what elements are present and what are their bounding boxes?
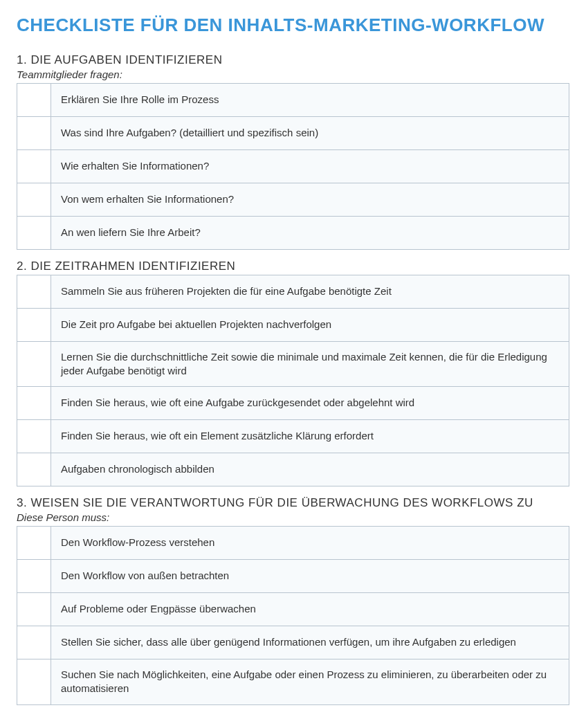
- checkbox-cell[interactable]: [17, 453, 51, 486]
- checkbox-cell[interactable]: [17, 116, 51, 149]
- table-row: Finden Sie heraus, wie oft ein Element z…: [17, 420, 569, 453]
- checkbox-cell[interactable]: [17, 275, 51, 308]
- checkbox-cell[interactable]: [17, 626, 51, 659]
- list-item: An wen liefern Sie Ihre Arbeit?: [51, 216, 569, 249]
- list-item: Finden Sie heraus, wie oft eine Aufgabe …: [51, 387, 569, 420]
- table-row: Erklären Sie Ihre Rolle im Prozess: [17, 83, 569, 116]
- list-item: Finden Sie heraus, wie oft ein Element z…: [51, 420, 569, 453]
- list-item: Erklären Sie Ihre Rolle im Prozess: [51, 83, 569, 116]
- list-item: Auf Probleme oder Engpässe überwachen: [51, 593, 569, 626]
- section-heading-1: 1. DIE AUFGABEN IDENTIFIZIEREN: [17, 53, 569, 67]
- table-row: Den Workflow-Prozess verstehen: [17, 527, 569, 560]
- table-row: Was sind Ihre Aufgaben? (detailliert und…: [17, 116, 569, 149]
- table-row: Stellen Sie sicher, dass alle über genüg…: [17, 626, 569, 659]
- table-row: Aufgaben chronologisch abbilden: [17, 453, 569, 486]
- table-row: Sammeln Sie aus früheren Projekten die f…: [17, 275, 569, 308]
- section-sub-3: Diese Person muss:: [17, 511, 569, 523]
- list-item: Von wem erhalten Sie Informationen?: [51, 183, 569, 216]
- list-item: Was sind Ihre Aufgaben? (detailliert und…: [51, 116, 569, 149]
- table-row: Auf Probleme oder Engpässe überwachen: [17, 593, 569, 626]
- checklist-table-3: Den Workflow-Prozess verstehen Den Workf…: [17, 526, 569, 705]
- checkbox-cell[interactable]: [17, 420, 51, 453]
- table-row: Den Workflow von außen betrachten: [17, 560, 569, 593]
- checkbox-cell[interactable]: [17, 216, 51, 249]
- table-row: An wen liefern Sie Ihre Arbeit?: [17, 216, 569, 249]
- table-row: Wie erhalten Sie Informationen?: [17, 149, 569, 183]
- checkbox-cell[interactable]: [17, 593, 51, 626]
- table-row: Suchen Sie nach Möglichkeiten, eine Aufg…: [17, 659, 569, 705]
- checkbox-cell[interactable]: [17, 387, 51, 420]
- checkbox-cell[interactable]: [17, 183, 51, 216]
- checkbox-cell[interactable]: [17, 659, 51, 705]
- list-item: Wie erhalten Sie Informationen?: [51, 149, 569, 183]
- page-title: CHECKLISTE FÜR DEN INHALTS-MARKETING-WOR…: [17, 14, 569, 37]
- list-item: Stellen Sie sicher, dass alle über genüg…: [51, 626, 569, 659]
- checkbox-cell[interactable]: [17, 149, 51, 183]
- section-sub-1: Teammitglieder fragen:: [17, 69, 569, 80]
- checkbox-cell[interactable]: [17, 527, 51, 560]
- list-item: Sammeln Sie aus früheren Projekten die f…: [51, 275, 569, 308]
- table-row: Finden Sie heraus, wie oft eine Aufgabe …: [17, 387, 569, 420]
- checkbox-cell[interactable]: [17, 308, 51, 341]
- list-item: Aufgaben chronologisch abbilden: [51, 453, 569, 486]
- list-item: Den Workflow von außen betrachten: [51, 560, 569, 593]
- list-item: Die Zeit pro Aufgabe bei aktuellen Proje…: [51, 308, 569, 341]
- table-row: Von wem erhalten Sie Informationen?: [17, 183, 569, 216]
- section-heading-2: 2. DIE ZEITRAHMEN IDENTIFIZIEREN: [17, 260, 569, 273]
- table-row: Die Zeit pro Aufgabe bei aktuellen Proje…: [17, 308, 569, 341]
- checklist-table-1: Erklären Sie Ihre Rolle im Prozess Was s…: [17, 83, 569, 250]
- list-item: Den Workflow-Prozess verstehen: [51, 527, 569, 560]
- checklist-table-2: Sammeln Sie aus früheren Projekten die f…: [17, 275, 569, 487]
- table-row: Lernen Sie die durchschnittliche Zeit so…: [17, 341, 569, 387]
- section-heading-3: 3. WEISEN SIE DIE VERANTWORTUNG FÜR DIE …: [17, 496, 569, 510]
- list-item: Suchen Sie nach Möglichkeiten, eine Aufg…: [51, 659, 569, 705]
- checkbox-cell[interactable]: [17, 341, 51, 387]
- checkbox-cell[interactable]: [17, 560, 51, 593]
- list-item: Lernen Sie die durchschnittliche Zeit so…: [51, 341, 569, 387]
- checkbox-cell[interactable]: [17, 83, 51, 116]
